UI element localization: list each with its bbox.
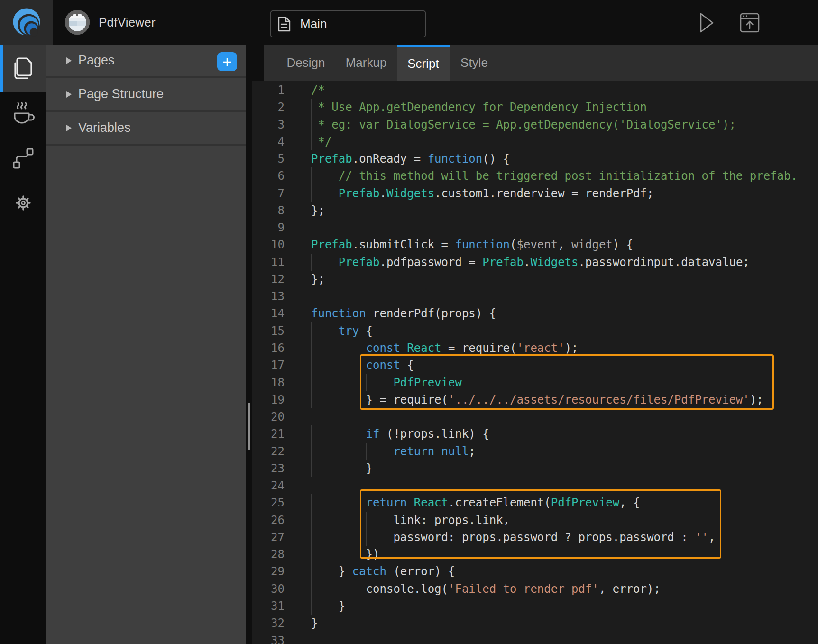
preview-button[interactable] xyxy=(739,12,761,33)
code-line-28[interactable]: 28 }) xyxy=(252,546,818,563)
panel-section-label: Variables xyxy=(78,120,131,135)
line-number: 6 xyxy=(252,167,285,184)
tab-design[interactable]: Design xyxy=(280,45,332,81)
caret-right-icon[interactable] xyxy=(66,91,72,98)
line-number: 10 xyxy=(252,236,285,253)
line-number: 13 xyxy=(252,288,285,305)
nav-bindings[interactable] xyxy=(0,136,46,181)
divider-scrollbar-thumb[interactable] xyxy=(248,403,250,450)
wavemaker-prefab-editor: PdfViewer Main xyxy=(0,0,818,644)
line-number: 33 xyxy=(252,632,285,644)
line-number: 3 xyxy=(252,116,285,133)
code-line-15[interactable]: 15 try { xyxy=(252,322,818,340)
code-line-33[interactable]: 33 xyxy=(252,632,818,644)
prefab-title: PdfViewer xyxy=(99,0,156,45)
panel-editor-divider[interactable] xyxy=(246,45,252,644)
tab-style[interactable]: Style xyxy=(450,45,498,81)
caret-right-icon[interactable] xyxy=(66,125,72,131)
tabstrip-notch xyxy=(252,45,264,81)
code-line-20[interactable]: 20 xyxy=(252,408,818,425)
script-editor[interactable]: 1/*2 * Use App.getDependency for Depende… xyxy=(252,81,818,644)
code-line-16[interactable]: 16 const React = require('react'); xyxy=(252,340,818,357)
add-page-button[interactable]: + xyxy=(217,52,237,71)
code-line-14[interactable]: 14function renderPdf(props) { xyxy=(252,305,818,322)
code-line-11[interactable]: 11 Prefab.pdfpassword = Prefab.Widgets.p… xyxy=(252,254,818,271)
line-number: 27 xyxy=(252,529,285,546)
page-selector[interactable]: Main xyxy=(270,10,426,37)
indent-guide xyxy=(311,340,312,357)
wave-logo-icon xyxy=(10,6,43,39)
indent-guide xyxy=(366,443,367,460)
line-number: 24 xyxy=(252,477,285,494)
code-line-9[interactable]: 9 xyxy=(252,219,818,236)
indent-guide xyxy=(311,99,312,116)
code-line-27[interactable]: 27 password: props.password ? props.pass… xyxy=(252,529,818,546)
code-line-19[interactable]: 19 } = require('../../../assets/resource… xyxy=(252,391,818,408)
code-line-23[interactable]: 23 } xyxy=(252,460,818,477)
code-line-17[interactable]: 17 const { xyxy=(252,357,818,374)
indent-guide xyxy=(311,529,312,546)
indent-guide xyxy=(311,374,312,391)
indent-guide xyxy=(339,443,339,460)
indent-guide xyxy=(311,322,312,340)
indent-guide xyxy=(339,546,339,563)
indent-guide xyxy=(311,116,312,133)
code-line-3[interactable]: 3 * eg: var DialogService = App.getDepen… xyxy=(252,116,818,133)
indent-guide xyxy=(339,374,339,391)
indent-guide xyxy=(339,391,339,408)
line-number: 25 xyxy=(252,494,285,511)
code-line-5[interactable]: 5Prefab.onReady = function() { xyxy=(252,150,818,167)
tab-script[interactable]: Script xyxy=(397,45,450,81)
prefab-avatar-icon xyxy=(65,10,90,35)
pages-icon xyxy=(12,56,34,80)
indent-guide xyxy=(339,494,339,511)
line-number: 12 xyxy=(252,271,285,288)
code-line-13[interactable]: 13 xyxy=(252,288,818,305)
line-number: 19 xyxy=(252,391,285,408)
run-button[interactable] xyxy=(697,12,717,33)
indent-guide xyxy=(339,340,339,357)
code-line-12[interactable]: 12}; xyxy=(252,271,818,288)
preview-window-icon xyxy=(740,13,760,33)
code-line-7[interactable]: 7 Prefab.Widgets.custom1.renderview = re… xyxy=(252,185,818,202)
code-line-8[interactable]: 8}; xyxy=(252,202,818,219)
code-line-25[interactable]: 25 return React.createElement(PdfPreview… xyxy=(252,494,818,511)
code-line-30[interactable]: 30 console.log('Failed to render pdf', e… xyxy=(252,580,818,598)
code-line-10[interactable]: 10Prefab.submitClick = function($event, … xyxy=(252,236,818,253)
code-line-22[interactable]: 22 return null; xyxy=(252,443,818,460)
code-line-24[interactable]: 24 xyxy=(252,477,818,494)
panel-section-page-structure[interactable]: Page Structure xyxy=(46,78,246,112)
code-line-31[interactable]: 31 } xyxy=(252,598,818,615)
line-number: 15 xyxy=(252,322,285,340)
indent-guide xyxy=(311,460,312,477)
code-line-4[interactable]: 4 */ xyxy=(252,133,818,150)
panel-section-pages[interactable]: Pages+ xyxy=(46,45,246,78)
nav-java-services[interactable] xyxy=(0,92,46,136)
line-number: 20 xyxy=(252,408,285,425)
line-number: 11 xyxy=(252,254,285,271)
nav-pages[interactable] xyxy=(0,45,46,92)
editor-tabstrip: DesignMarkupScriptStyle xyxy=(264,45,818,81)
brand-logo[interactable] xyxy=(0,0,53,45)
line-number: 8 xyxy=(252,202,285,219)
caret-right-icon[interactable] xyxy=(66,57,72,64)
panel-section-label: Page Structure xyxy=(78,87,164,101)
settings-gear-icon xyxy=(11,191,35,215)
top-bar: PdfViewer Main xyxy=(0,0,818,45)
code-line-26[interactable]: 26 link: props.link, xyxy=(252,512,818,529)
code-line-1[interactable]: 1/* xyxy=(252,82,818,99)
code-line-18[interactable]: 18 PdfPreview xyxy=(252,374,818,391)
code-line-6[interactable]: 6 // this method will be triggered post … xyxy=(252,167,818,184)
tab-markup[interactable]: Markup xyxy=(340,45,392,81)
indent-guide xyxy=(339,529,339,546)
line-number: 29 xyxy=(252,563,285,580)
code-line-21[interactable]: 21 if (!props.link) { xyxy=(252,425,818,442)
nav-settings[interactable] xyxy=(0,181,46,225)
code-line-2[interactable]: 2 * Use App.getDependency for Dependency… xyxy=(252,99,818,116)
line-number: 4 xyxy=(252,133,285,150)
panel-section-variables[interactable]: Variables xyxy=(46,112,246,146)
line-number: 9 xyxy=(252,219,285,236)
code-line-29[interactable]: 29 } catch (error) { xyxy=(252,563,818,580)
line-number: 30 xyxy=(252,580,285,598)
code-line-32[interactable]: 32} xyxy=(252,615,818,632)
